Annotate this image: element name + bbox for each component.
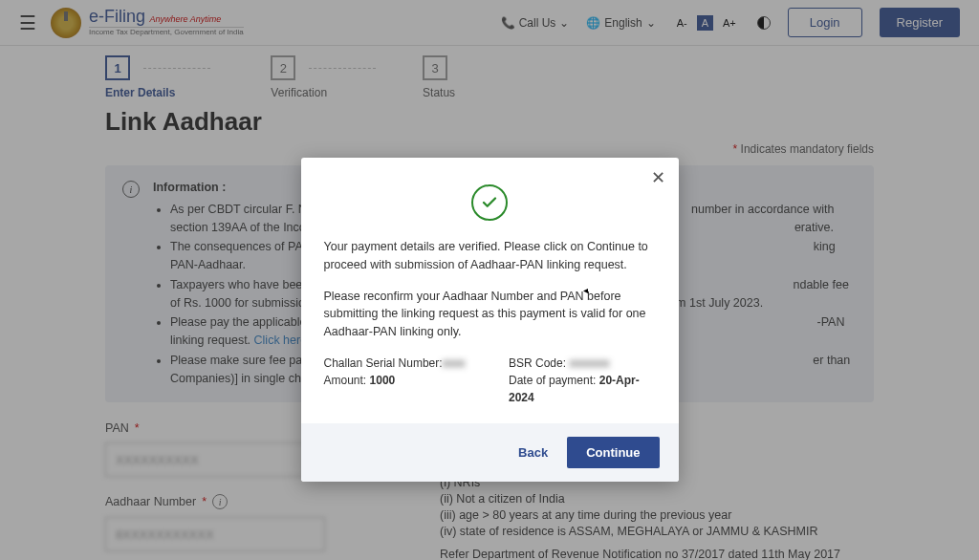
challan-row: Challan Serial Number:xxxx [324,355,471,372]
modal-body: Your payment details are verified. Pleas… [301,158,679,423]
date-row: Date of payment: 20-Apr-2024 [509,372,656,406]
details-right: BSR Code: xxxxxxx Date of payment: 20-Ap… [509,355,656,406]
bsr-row: BSR Code: xxxxxxx [509,355,656,372]
modal-overlay: ✕ Your payment details are verified. Ple… [0,0,979,560]
back-button[interactable]: Back [518,445,548,460]
cursor-icon: ◂ [583,285,588,295]
modal-details: Challan Serial Number:xxxx Amount: 1000 … [324,355,656,406]
details-left: Challan Serial Number:xxxx Amount: 1000 [324,355,471,406]
amount-row: Amount: 1000 [324,372,471,389]
challan-value: xxxx [443,355,466,372]
modal-footer: Back Continue [301,423,679,482]
payment-verified-modal: ✕ Your payment details are verified. Ple… [301,158,679,482]
modal-message-1: Your payment details are verified. Pleas… [324,238,656,274]
amount-value: 1000 [370,374,396,387]
close-icon[interactable]: ✕ [651,167,665,188]
continue-button[interactable]: Continue [567,437,659,468]
modal-message-2: Please reconfirm your Aadhaar Number and… [324,288,656,341]
bsr-value: xxxxxxx [569,355,609,372]
success-check-icon [471,184,508,221]
